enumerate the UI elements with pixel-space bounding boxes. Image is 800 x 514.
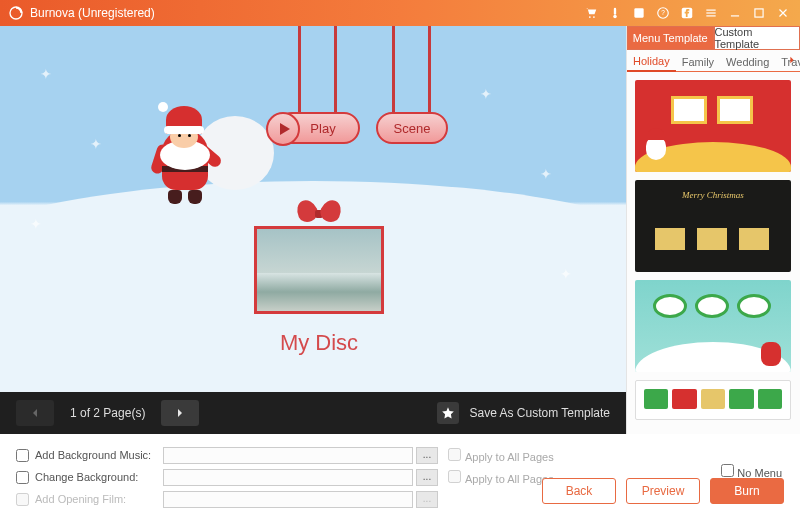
menu-icon[interactable] [702, 4, 720, 22]
save-template-button[interactable]: Save As Custom Template [469, 406, 610, 420]
bg-music-path[interactable] [163, 447, 413, 464]
change-bg-label: Change Background: [35, 471, 163, 483]
svg-rect-11 [706, 12, 715, 13]
bg-music-applyall-checkbox [448, 448, 461, 461]
scene-button[interactable]: Scene [376, 112, 448, 144]
burn-button[interactable]: Burn [710, 478, 784, 504]
pager-bar: 1 of 2 Page(s) Save As Custom Template [0, 392, 626, 434]
change-bg-applyall-checkbox [448, 470, 461, 483]
template-thumb-3[interactable] [635, 280, 791, 372]
svg-text:?: ? [661, 9, 665, 16]
svg-rect-14 [755, 9, 763, 17]
tab-custom-template[interactable]: Custom Template [714, 26, 801, 50]
maximize-icon[interactable] [750, 4, 768, 22]
change-bg-path[interactable] [163, 469, 413, 486]
back-button[interactable]: Back [542, 478, 616, 504]
play-button[interactable]: Play [276, 112, 360, 144]
svg-point-4 [613, 15, 617, 19]
cat-scroll-right-icon[interactable] [788, 54, 798, 64]
next-page-button[interactable] [161, 400, 199, 426]
bg-music-checkbox[interactable] [16, 449, 29, 462]
bow-icon [299, 196, 339, 226]
template-thumb-1[interactable] [635, 80, 791, 172]
svg-point-2 [593, 16, 595, 18]
svg-rect-5 [634, 8, 643, 17]
facebook-icon[interactable] [678, 4, 696, 22]
change-bg-browse[interactable]: ... [416, 469, 438, 486]
preview-button[interactable]: Preview [626, 478, 700, 504]
template-thumb-4[interactable] [635, 380, 791, 420]
close-icon[interactable] [774, 4, 792, 22]
play-label: Play [310, 121, 335, 136]
star-icon[interactable] [437, 402, 459, 424]
opening-film-label: Add Opening Film: [35, 493, 163, 505]
settings-footer: Add Background Music: ... Apply to All P… [0, 434, 800, 514]
cart-icon[interactable] [582, 4, 600, 22]
disc-title: My Disc [254, 330, 384, 356]
santa-graphic [148, 100, 258, 220]
svg-rect-3 [614, 8, 616, 15]
opening-film-checkbox [16, 493, 29, 506]
svg-rect-12 [706, 15, 715, 16]
opening-film-path [163, 491, 413, 508]
cat-wedding[interactable]: Wedding [720, 56, 775, 71]
svg-rect-6 [637, 11, 642, 12]
opening-film-browse: ... [416, 491, 438, 508]
change-bg-checkbox[interactable] [16, 471, 29, 484]
cat-family[interactable]: Family [676, 56, 720, 71]
bg-music-label: Add Background Music: [35, 449, 163, 461]
minimize-icon[interactable] [726, 4, 744, 22]
prev-page-button[interactable] [16, 400, 54, 426]
register-icon[interactable] [630, 4, 648, 22]
scene-label: Scene [394, 121, 431, 136]
disc-thumbnail[interactable]: My Disc [254, 196, 384, 356]
app-logo-icon [8, 5, 24, 21]
thermometer-icon[interactable] [606, 4, 624, 22]
title-bar: Burnova (Unregistered) ? [0, 0, 800, 26]
svg-rect-10 [706, 10, 715, 11]
svg-rect-13 [731, 15, 739, 16]
template-panel: Menu Template Custom Template Holiday Fa… [626, 26, 800, 434]
menu-preview: ✦ ✦ ✦ ✦ ✦ ✦ Play [0, 26, 626, 392]
no-menu-checkbox[interactable] [721, 464, 734, 477]
app-title: Burnova (Unregistered) [30, 6, 155, 20]
tab-menu-template[interactable]: Menu Template [627, 26, 714, 50]
help-icon[interactable]: ? [654, 4, 672, 22]
bg-music-browse[interactable]: ... [416, 447, 438, 464]
svg-point-1 [589, 16, 591, 18]
page-indicator: 1 of 2 Page(s) [70, 406, 145, 420]
template-thumb-2[interactable]: Merry Christmas [635, 180, 791, 272]
play-icon [266, 112, 300, 146]
cat-holiday[interactable]: Holiday [627, 55, 676, 72]
